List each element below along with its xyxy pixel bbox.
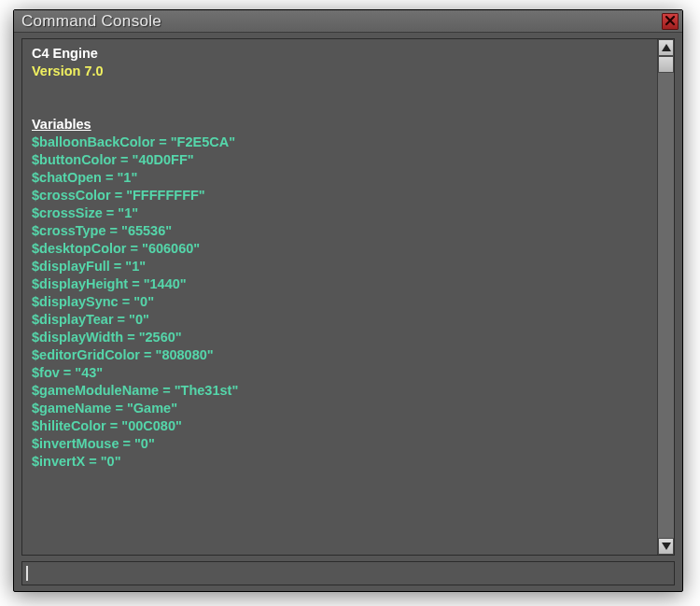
- variable-line: $invertMouse = "0": [32, 435, 650, 453]
- blank-line: [32, 80, 650, 98]
- command-input[interactable]: [28, 565, 671, 582]
- variable-line: $invertX = "0": [32, 453, 650, 471]
- scrollbar[interactable]: [657, 39, 674, 555]
- variable-line: $editorGridColor = "808080": [32, 346, 650, 364]
- version-label: Version 7.0: [32, 63, 650, 80]
- variable-line: $gameName = "Game": [32, 400, 650, 417]
- variable-line: $crossColor = "FFFFFFFF": [32, 187, 650, 204]
- triangle-down-icon: [662, 543, 671, 550]
- scroll-up-button[interactable]: [658, 39, 674, 56]
- output-area: C4 Engine Version 7.0 Variables $balloon…: [21, 38, 675, 556]
- console-window: Command Console C4 Engine Version 7.0 Va…: [13, 9, 683, 592]
- variable-line: $displayFull = "1": [32, 258, 650, 275]
- scroll-down-button[interactable]: [658, 538, 674, 555]
- close-icon: [665, 13, 676, 30]
- section-heading: Variables: [32, 116, 650, 134]
- scroll-thumb[interactable]: [658, 56, 674, 73]
- close-button[interactable]: [662, 13, 679, 30]
- variable-line: $displayTear = "0": [32, 311, 650, 329]
- variable-line: $crossSize = "1": [32, 204, 650, 222]
- variable-line: $displayHeight = "1440": [32, 275, 650, 293]
- variable-line: $crossType = "65536": [32, 222, 650, 240]
- variable-line: $hiliteColor = "00C080": [32, 417, 650, 435]
- variable-line: $fov = "43": [32, 364, 650, 382]
- blank-line: [32, 98, 650, 116]
- window-title: Command Console: [21, 12, 662, 31]
- variable-line: $gameModuleName = "The31st": [32, 382, 650, 400]
- variable-line: $displayWidth = "2560": [32, 329, 650, 346]
- variable-line: $chatOpen = "1": [32, 169, 650, 187]
- triangle-up-icon: [662, 44, 671, 51]
- titlebar[interactable]: Command Console: [14, 10, 682, 33]
- variable-line: $balloonBackColor = "F2E5CA": [32, 134, 650, 151]
- command-input-area[interactable]: [21, 561, 675, 585]
- variable-line: $buttonColor = "40D0FF": [32, 151, 650, 169]
- output-text: C4 Engine Version 7.0 Variables $balloon…: [22, 39, 657, 555]
- variable-line: $displaySync = "0": [32, 293, 650, 311]
- scroll-track[interactable]: [658, 73, 674, 538]
- variable-line: $desktopColor = "606060": [32, 240, 650, 258]
- engine-label: C4 Engine: [32, 45, 650, 63]
